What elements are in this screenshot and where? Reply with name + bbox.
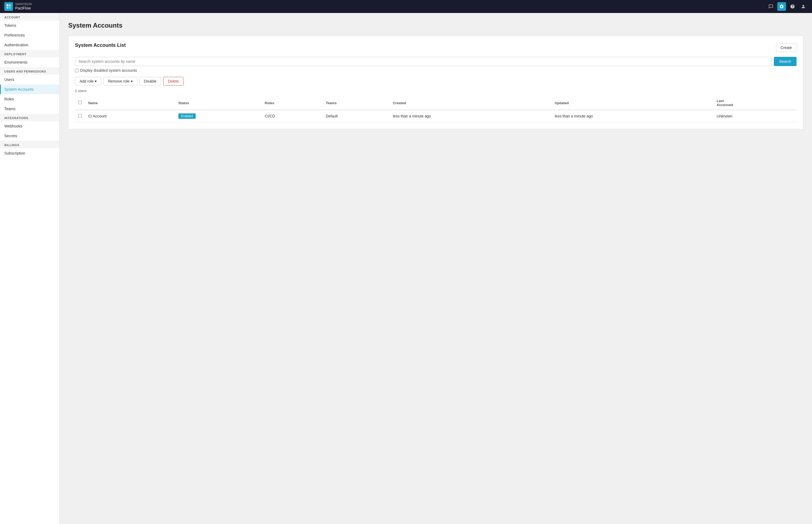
header-created: Created	[390, 96, 551, 110]
gear-icon-button[interactable]	[777, 2, 786, 11]
search-button[interactable]: Search	[774, 57, 797, 66]
page-title: System Accounts	[68, 22, 803, 29]
brand-name: SMARTBEAR	[15, 3, 32, 6]
display-disabled-checkbox[interactable]	[75, 69, 79, 72]
sidebar-item-preferences[interactable]: Preferences	[0, 30, 59, 40]
header-status: Status	[175, 96, 262, 110]
sidebar-item-tokens[interactable]: Tokens	[0, 20, 59, 30]
table-body: CI Account Enabled CI/CD Default less th…	[75, 110, 797, 122]
select-all-checkbox[interactable]	[78, 101, 82, 104]
app-logo: SMARTBEAR PactFlow	[4, 2, 32, 11]
action-row: Add role ▾ Remove role ▾ Disable Delete	[75, 77, 797, 85]
delete-button[interactable]: Delete	[163, 77, 183, 85]
chat-icon-button[interactable]	[766, 2, 775, 11]
row-status: Enabled	[175, 110, 262, 122]
search-input[interactable]	[75, 57, 772, 66]
remove-role-chevron-icon: ▾	[131, 79, 133, 83]
row-last-accessed: Unknown	[713, 110, 797, 122]
main-content: System Accounts System Accounts List Cre…	[60, 13, 812, 524]
sidebar-item-roles[interactable]: Roles	[0, 94, 59, 104]
header-name: Name	[85, 96, 175, 110]
card-title: System Accounts List	[75, 43, 126, 48]
add-role-chevron-icon: ▾	[95, 79, 97, 83]
row-teams: Default	[322, 110, 390, 122]
table-row: CI Account Enabled CI/CD Default less th…	[75, 110, 797, 122]
sidebar-item-authentication[interactable]: Authentication	[0, 40, 59, 50]
disable-button[interactable]: Disable	[139, 77, 161, 85]
add-role-label: Add role	[80, 79, 94, 83]
display-disabled-label[interactable]: Display disabled system accounts	[80, 68, 137, 72]
user-icon-button[interactable]	[799, 2, 808, 11]
sidebar-item-secrets[interactable]: Secrets	[0, 131, 59, 141]
main-layout: ACCOUNT Tokens Preferences Authenticatio…	[0, 13, 812, 524]
count-text: 1 users	[75, 89, 797, 93]
sidebar-section-deployment: DEPLOYMENT	[0, 50, 59, 58]
sidebar-section-account: ACCOUNT	[0, 13, 59, 20]
sidebar-item-users[interactable]: Users	[0, 75, 59, 84]
sidebar: ACCOUNT Tokens Preferences Authenticatio…	[0, 13, 60, 524]
row-updated: less than a minute ago	[552, 110, 713, 122]
remove-role-button[interactable]: Remove role ▾	[103, 77, 137, 85]
accounts-table: Name Status Roles Teams Created Updated …	[75, 96, 797, 122]
app-name: PactFlow	[15, 6, 32, 11]
header-updated: Updated	[552, 96, 713, 110]
search-row: Search	[75, 57, 797, 66]
header-roles: Roles	[262, 96, 322, 110]
sidebar-section-users-permissions: USERS AND PERMISSIONS	[0, 67, 59, 75]
add-role-button[interactable]: Add role ▾	[75, 77, 101, 85]
table-header-row: Name Status Roles Teams Created Updated …	[75, 96, 797, 110]
row-checkbox[interactable]	[78, 114, 82, 117]
sidebar-item-subscription[interactable]: Subscription	[0, 148, 59, 158]
sidebar-item-teams[interactable]: Teams	[0, 104, 59, 114]
card-header: System Accounts List Create	[75, 43, 797, 52]
header-last-accessed: LastAccessed	[713, 96, 797, 110]
row-roles: CI/CD	[262, 110, 322, 122]
table-header: Name Status Roles Teams Created Updated …	[75, 96, 797, 110]
sidebar-section-integrations: INTEGRATIONS	[0, 114, 59, 121]
sidebar-item-webhooks[interactable]: Webhooks	[0, 121, 59, 131]
topnav-icon-group	[766, 2, 808, 11]
remove-role-label: Remove role	[108, 79, 129, 83]
system-accounts-card: System Accounts List Create Search Displ…	[68, 36, 803, 129]
create-button[interactable]: Create	[776, 43, 797, 52]
row-created: less than a minute ago	[390, 110, 551, 122]
logo-icon	[4, 2, 13, 11]
sidebar-section-billings: BILLINGS	[0, 141, 59, 148]
sidebar-item-environments[interactable]: Environments	[0, 58, 59, 67]
header-teams: Teams	[322, 96, 390, 110]
svg-rect-2	[6, 7, 9, 9]
svg-rect-1	[9, 4, 11, 6]
header-checkbox-col	[75, 96, 85, 110]
svg-rect-3	[9, 7, 11, 9]
help-icon-button[interactable]	[788, 2, 797, 11]
sidebar-item-system-accounts[interactable]: System Accounts	[0, 84, 59, 94]
row-name[interactable]: CI Account	[85, 110, 175, 122]
top-navigation: SMARTBEAR PactFlow	[0, 0, 812, 13]
svg-rect-0	[6, 4, 9, 6]
row-checkbox-cell	[75, 110, 85, 122]
status-badge: Enabled	[178, 113, 196, 119]
display-disabled-row: Display disabled system accounts	[75, 68, 797, 72]
